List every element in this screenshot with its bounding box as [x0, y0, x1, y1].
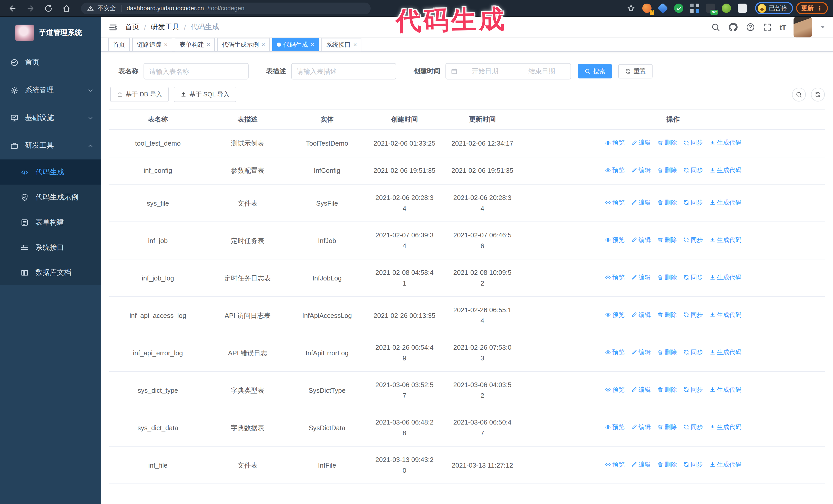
refresh-table-button[interactable] [811, 88, 825, 101]
preview-link[interactable]: 预览 [604, 272, 625, 283]
edit-link[interactable]: 编辑 [631, 165, 651, 175]
create-time-range-picker[interactable]: 开始日期 - 结束日期 [446, 63, 571, 79]
sync-link[interactable]: 同步 [683, 235, 703, 246]
close-icon[interactable]: × [207, 42, 210, 48]
edit-link[interactable]: 编辑 [631, 347, 651, 358]
color-wheel-extension-icon[interactable]: 1 [642, 4, 651, 13]
edit-link[interactable]: 编辑 [631, 197, 651, 208]
browser-reload-icon[interactable] [44, 4, 53, 13]
switch-extension-icon[interactable]: on [706, 4, 715, 13]
sidebar-menu-item[interactable]: 基础设施 [0, 104, 101, 132]
close-icon[interactable]: × [353, 42, 357, 48]
generate-code-link[interactable]: 生成代码 [709, 137, 741, 148]
preview-link[interactable]: 预览 [604, 385, 625, 395]
sidebar-toggle-icon[interactable] [108, 22, 118, 32]
user-avatar[interactable] [793, 17, 812, 38]
generate-code-link[interactable]: 生成代码 [709, 385, 741, 395]
sidebar-menu-item[interactable]: 系统管理 [0, 76, 101, 104]
browser-forward-icon[interactable] [26, 4, 35, 13]
tab[interactable]: 首页 [108, 38, 130, 51]
chevron-down-icon[interactable] [820, 24, 826, 30]
sync-link[interactable]: 同步 [683, 347, 703, 358]
sidebar-submenu-item[interactable]: 系统接口 [0, 235, 101, 260]
generate-code-link[interactable]: 生成代码 [709, 272, 741, 283]
delete-link[interactable]: 删除 [657, 347, 677, 358]
edit-link[interactable]: 编辑 [631, 235, 651, 246]
app-logo-row[interactable]: 芋道管理系统 [0, 17, 101, 49]
edit-link[interactable]: 编辑 [631, 422, 651, 433]
help-icon[interactable] [746, 23, 755, 32]
plug-extension-icon[interactable] [722, 4, 731, 13]
preview-link[interactable]: 预览 [604, 197, 625, 208]
sync-link[interactable]: 同步 [683, 310, 703, 320]
preview-link[interactable]: 预览 [604, 459, 625, 470]
breadcrumb-devtools[interactable]: 研发工具 [151, 23, 180, 32]
edit-link[interactable]: 编辑 [631, 385, 651, 395]
preview-link[interactable]: 预览 [604, 310, 625, 320]
profile-badge[interactable]: 已暂停 [755, 2, 793, 14]
close-icon[interactable]: × [164, 42, 168, 48]
tab[interactable]: 系统接口 × [322, 38, 361, 51]
preview-link[interactable]: 预览 [604, 422, 625, 433]
header-search-icon[interactable] [711, 23, 720, 32]
sync-link[interactable]: 同步 [683, 197, 703, 208]
preview-link[interactable]: 预览 [604, 235, 625, 246]
delete-link[interactable]: 删除 [657, 197, 677, 208]
import-db-button[interactable]: 基于 DB 导入 [110, 87, 169, 102]
close-icon[interactable]: × [311, 42, 314, 48]
delete-link[interactable]: 删除 [657, 459, 677, 470]
check-extension-icon[interactable] [674, 4, 683, 13]
preview-link[interactable]: 预览 [604, 165, 625, 175]
delete-link[interactable]: 删除 [657, 422, 677, 433]
bookmark-star-icon[interactable] [627, 4, 635, 12]
generate-code-link[interactable]: 生成代码 [709, 197, 741, 208]
sync-link[interactable]: 同步 [683, 459, 703, 470]
fullscreen-icon[interactable] [763, 23, 772, 32]
gem-extension-icon[interactable] [658, 3, 668, 14]
generate-code-link[interactable]: 生成代码 [709, 347, 741, 358]
tab[interactable]: 链路追踪 × [132, 38, 172, 51]
generate-code-link[interactable]: 生成代码 [709, 165, 741, 175]
edit-link[interactable]: 编辑 [631, 272, 651, 283]
delete-link[interactable]: 删除 [657, 272, 677, 283]
sidebar-menu-item[interactable]: 首页 [0, 49, 101, 76]
edit-link[interactable]: 编辑 [631, 137, 651, 148]
sidebar-menu-item[interactable]: 研发工具 [0, 132, 101, 160]
sync-link[interactable]: 同步 [683, 165, 703, 175]
delete-link[interactable]: 删除 [657, 137, 677, 148]
tab[interactable]: 代码生成 × [272, 38, 319, 51]
generate-code-link[interactable]: 生成代码 [709, 310, 741, 320]
sidebar-submenu-item[interactable]: 代码生成 [0, 160, 101, 185]
grid-extension-icon[interactable] [690, 4, 699, 13]
generate-code-link[interactable]: 生成代码 [709, 422, 741, 433]
search-button[interactable]: 搜索 [578, 64, 612, 78]
browser-home-icon[interactable] [62, 4, 71, 13]
toggle-search-button[interactable] [792, 88, 806, 101]
delete-link[interactable]: 删除 [657, 165, 677, 175]
address-bar[interactable]: 不安全 dashboard.yudao.iocoder.cn/tool/code… [81, 2, 371, 14]
reset-button[interactable]: 重置 [618, 64, 652, 78]
edit-link[interactable]: 编辑 [631, 310, 651, 320]
sidebar-submenu-item[interactable]: 代码生成示例 [0, 185, 101, 210]
sync-link[interactable]: 同步 [683, 272, 703, 283]
close-icon[interactable]: × [261, 42, 265, 48]
delete-link[interactable]: 删除 [657, 235, 677, 246]
table-name-input[interactable] [144, 63, 248, 79]
generate-code-link[interactable]: 生成代码 [709, 459, 741, 470]
github-icon[interactable] [728, 22, 738, 32]
tab[interactable]: 表单构建 × [175, 38, 215, 51]
delete-link[interactable]: 删除 [657, 385, 677, 395]
tab[interactable]: 代码生成示例 × [217, 38, 270, 51]
font-size-icon[interactable]: tT [780, 23, 786, 31]
sync-link[interactable]: 同步 [683, 137, 703, 148]
preview-link[interactable]: 预览 [604, 347, 625, 358]
edit-link[interactable]: 编辑 [631, 459, 651, 470]
browser-back-icon[interactable] [8, 4, 17, 13]
table-desc-input[interactable] [291, 63, 396, 79]
kebab-menu-icon[interactable]: ⋮ [816, 5, 823, 12]
import-sql-button[interactable]: 基于 SQL 导入 [174, 87, 236, 102]
sidebar-submenu-item[interactable]: 数据库文档 [0, 260, 101, 285]
generate-code-link[interactable]: 生成代码 [709, 235, 741, 246]
preview-link[interactable]: 预览 [604, 137, 625, 148]
sidebar-submenu-item[interactable]: 表单构建 [0, 210, 101, 235]
